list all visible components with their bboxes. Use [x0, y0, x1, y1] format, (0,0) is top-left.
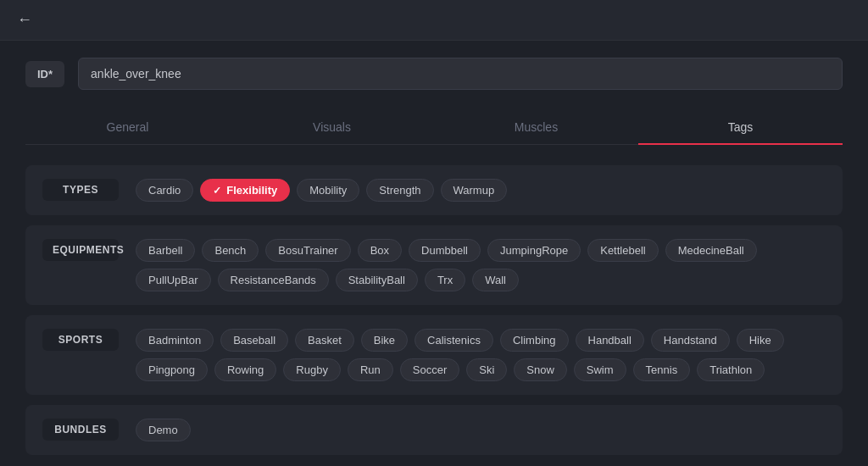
- tag-medecineball[interactable]: MedecineBall: [665, 239, 757, 262]
- tag-label: Dumbbell: [421, 244, 468, 257]
- tag-triathlon[interactable]: Triathlon: [697, 358, 765, 381]
- tag-label: Baseball: [233, 334, 275, 347]
- tag-label: Calistenics: [427, 334, 481, 347]
- tag-label: Climbing: [513, 334, 556, 347]
- id-input[interactable]: [78, 58, 843, 90]
- tag-handstand[interactable]: Handstand: [651, 329, 730, 352]
- tag-bike[interactable]: Bike: [361, 329, 408, 352]
- tag-demo[interactable]: Demo: [136, 419, 191, 441]
- tag-label: JumpingRope: [500, 244, 568, 257]
- sports-label: SPORTS: [42, 329, 119, 351]
- tag-label: Cardio: [148, 184, 181, 197]
- types-tags: Cardio✓FlexibilityMobilityStrengthWarmup: [136, 179, 507, 202]
- id-label: ID*: [25, 61, 64, 87]
- tag-soccer[interactable]: Soccer: [400, 358, 459, 381]
- tag-rowing[interactable]: Rowing: [214, 358, 276, 381]
- check-icon: ✓: [213, 185, 221, 197]
- tag-barbell[interactable]: Barbell: [136, 239, 195, 262]
- tag-handball[interactable]: Handball: [576, 329, 644, 352]
- tag-trx[interactable]: Trx: [425, 269, 465, 291]
- tag-basket[interactable]: Basket: [295, 329, 354, 352]
- top-bar: ←: [0, 0, 868, 41]
- tab-muscles[interactable]: Muscles: [434, 110, 638, 144]
- tag-label: Box: [370, 244, 389, 257]
- tag-label: BosuTrainer: [278, 244, 337, 257]
- tag-label: Run: [360, 363, 381, 376]
- tag-badminton[interactable]: Badminton: [136, 329, 214, 352]
- tag-label: Demo: [148, 424, 178, 436]
- tag-label: Triathlon: [709, 363, 752, 376]
- tag-label: StabilityBall: [348, 274, 405, 286]
- tag-label: Bike: [374, 334, 395, 347]
- tag-climbing[interactable]: Climbing: [500, 329, 569, 352]
- tag-label: Mobility: [309, 184, 347, 197]
- tag-label: Soccer: [413, 363, 447, 376]
- tag-run[interactable]: Run: [348, 358, 393, 381]
- tag-dumbbell[interactable]: Dumbbell: [409, 239, 481, 262]
- tag-label: Rugby: [296, 363, 328, 376]
- main-content: ID* GeneralVisualsMusclesTags TYPES Card…: [0, 41, 868, 466]
- tag-label: Warmup: [453, 184, 495, 197]
- tag-kettlebell[interactable]: Kettlebell: [587, 239, 658, 262]
- equipments-label: EQUIPMENTS: [42, 239, 119, 261]
- bundles-label: BUNDLES: [42, 419, 119, 441]
- tag-label: Flexibility: [226, 184, 277, 197]
- tag-label: Bench: [214, 244, 246, 257]
- tag-pingpong[interactable]: Pingpong: [136, 358, 208, 381]
- tag-bench[interactable]: Bench: [202, 239, 259, 262]
- equipments-tags: BarbellBenchBosuTrainerBoxDumbbellJumpin…: [136, 239, 826, 291]
- tag-label: Handball: [588, 334, 632, 347]
- back-button[interactable]: ←: [17, 11, 32, 29]
- tag-stabilityball[interactable]: StabilityBall: [336, 269, 418, 291]
- tag-label: Swim: [587, 363, 614, 376]
- tag-label: Kettlebell: [600, 244, 645, 257]
- tab-general[interactable]: General: [25, 110, 230, 144]
- sports-section: SPORTS BadmintonBaseballBasketBikeCalist…: [25, 315, 843, 395]
- types-label: TYPES: [42, 179, 119, 201]
- tag-box[interactable]: Box: [358, 239, 402, 262]
- tag-label: Badminton: [148, 334, 201, 347]
- tag-label: Handstand: [664, 334, 717, 347]
- tag-cardio[interactable]: Cardio: [136, 179, 193, 202]
- tag-label: Ski: [479, 363, 494, 376]
- tag-wall[interactable]: Wall: [472, 269, 519, 291]
- tag-strength[interactable]: Strength: [366, 179, 433, 202]
- tag-label: Snow: [526, 363, 554, 376]
- tag-resistancebands[interactable]: ResistanceBands: [218, 269, 329, 291]
- tag-label: Hike: [749, 334, 771, 347]
- tag-hike[interactable]: Hike: [737, 329, 784, 352]
- tag-pullupbar[interactable]: PullUpBar: [136, 269, 211, 291]
- bundles-section: BUNDLES Demo: [25, 405, 843, 455]
- tag-label: Barbell: [148, 244, 182, 257]
- tag-jumpingrope[interactable]: JumpingRope: [487, 239, 581, 262]
- tag-bosutrainer[interactable]: BosuTrainer: [265, 239, 350, 262]
- tabs-bar: GeneralVisualsMusclesTags: [25, 110, 843, 145]
- tag-mobility[interactable]: Mobility: [297, 179, 359, 202]
- tag-baseball[interactable]: Baseball: [220, 329, 288, 352]
- tag-label: Basket: [308, 334, 342, 347]
- id-row: ID*: [25, 58, 843, 90]
- tag-snow[interactable]: Snow: [514, 358, 567, 381]
- tag-label: Rowing: [227, 363, 264, 376]
- tab-visuals[interactable]: Visuals: [230, 110, 434, 144]
- tag-label: Tennis: [646, 363, 678, 376]
- tag-warmup[interactable]: Warmup: [441, 179, 508, 202]
- tag-label: Trx: [437, 274, 453, 286]
- tag-calistenics[interactable]: Calistenics: [415, 329, 493, 352]
- tag-label: PullUpBar: [148, 274, 198, 286]
- tag-label: Pingpong: [148, 363, 195, 376]
- tag-tennis[interactable]: Tennis: [633, 358, 691, 381]
- tag-label: Strength: [379, 184, 420, 197]
- tag-rugby[interactable]: Rugby: [283, 358, 341, 381]
- tag-ski[interactable]: Ski: [466, 358, 507, 381]
- sports-tags: BadmintonBaseballBasketBikeCalistenicsCl…: [136, 329, 826, 381]
- equipments-section: EQUIPMENTS BarbellBenchBosuTrainerBoxDum…: [25, 225, 843, 305]
- types-section: TYPES Cardio✓FlexibilityMobilityStrength…: [25, 165, 843, 215]
- tag-label: Wall: [485, 274, 506, 286]
- tag-label: MedecineBall: [678, 244, 744, 257]
- tab-tags[interactable]: Tags: [638, 110, 843, 144]
- tag-flexibility[interactable]: ✓Flexibility: [200, 179, 290, 202]
- tag-label: ResistanceBands: [231, 274, 316, 286]
- bundles-tags: Demo: [136, 419, 191, 441]
- tag-swim[interactable]: Swim: [574, 358, 626, 381]
